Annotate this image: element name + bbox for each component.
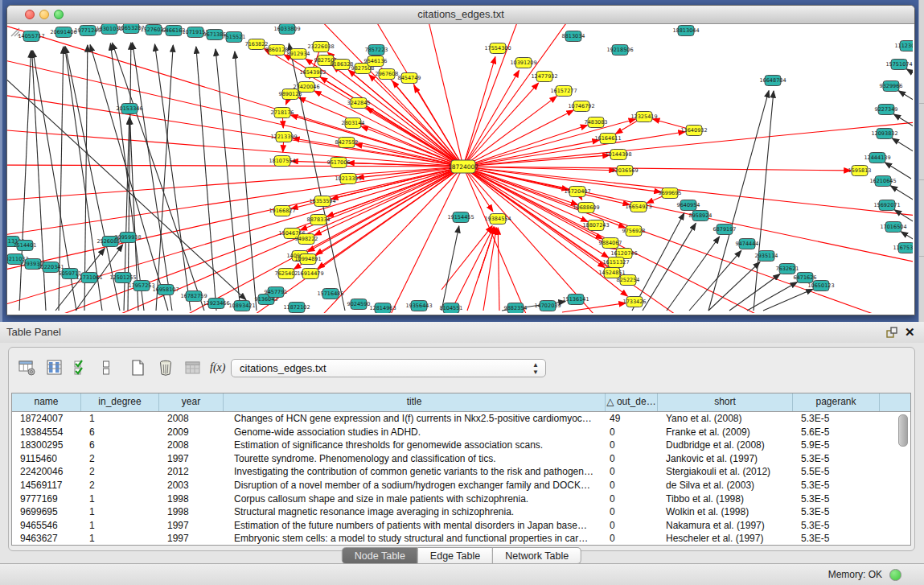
network-edge[interactable] <box>154 44 191 311</box>
network-node[interactable]: 18107554 <box>269 156 295 167</box>
tab-network-table[interactable]: Network Table <box>493 547 581 564</box>
table-row[interactable]: 1830029562008Estimation of significance … <box>12 439 910 452</box>
network-node[interactable]: 17957253 <box>128 281 154 291</box>
network-node[interactable]: 2718176 <box>271 108 294 118</box>
network-edge[interactable] <box>463 167 913 313</box>
network-edge[interactable] <box>754 91 774 311</box>
network-node[interactable]: 9329966 <box>880 81 903 92</box>
network-node[interactable]: 18813044 <box>672 26 699 36</box>
network-edge[interactable] <box>463 167 538 313</box>
network-node[interactable]: 8958924 <box>689 211 713 221</box>
network-node[interactable]: 16654923 <box>625 202 651 212</box>
function-builder-button[interactable]: f(x) <box>210 359 231 377</box>
network-node[interactable]: 10994891 <box>294 254 321 265</box>
table-row[interactable]: 969969511998Structural magnetic resonanc… <box>12 505 910 519</box>
row-height-button[interactable] <box>101 359 112 377</box>
network-edge[interactable] <box>425 24 463 167</box>
network-node[interactable]: 16543982 <box>299 68 326 78</box>
network-edge[interactable] <box>128 43 131 311</box>
network-edge[interactable] <box>890 186 913 202</box>
network-canvas[interactable]: 7163822886012889129342322603898275051654… <box>7 24 913 313</box>
tab-edge-table[interactable]: Edge Table <box>418 547 493 564</box>
network-node[interactable]: 3242845 <box>347 98 371 109</box>
network-node[interactable]: 16648784 <box>759 76 786 86</box>
network-node[interactable]: 15136141 <box>562 295 589 305</box>
network-edge[interactable] <box>906 69 913 85</box>
network-node[interactable]: 7514401 <box>14 241 37 251</box>
network-edge[interactable] <box>763 289 813 311</box>
table-mode-button[interactable] <box>18 359 36 377</box>
network-node[interactable]: 17554300 <box>484 43 511 54</box>
network-node[interactable]: 19218506 <box>606 45 633 56</box>
network-node[interactable]: 12477932 <box>531 72 557 82</box>
zoom-window-button[interactable] <box>54 10 64 19</box>
network-graph[interactable]: 7163822886012889129342322603898275051654… <box>7 24 913 313</box>
network-node[interactable]: 9699695 <box>659 188 682 199</box>
network-node[interactable]: 10688609 <box>573 203 599 213</box>
network-node[interactable]: 20153346 <box>116 104 142 114</box>
create-column-button[interactable] <box>129 359 147 377</box>
network-edge[interactable] <box>235 51 257 311</box>
network-edge[interactable] <box>463 97 556 167</box>
network-node[interactable]: 16151327 <box>602 257 629 268</box>
network-node[interactable]: 16033809 <box>273 24 300 35</box>
network-edge[interactable] <box>441 226 459 311</box>
network-node[interactable]: 10746792 <box>568 101 594 112</box>
network-edge[interactable] <box>498 228 499 311</box>
network-edge[interactable] <box>7 165 463 167</box>
network-node[interactable]: 7483083 <box>585 117 608 128</box>
column-header-short[interactable]: short <box>658 393 793 411</box>
network-node[interactable]: 12444139 <box>864 153 890 163</box>
network-node[interactable]: 12093832 <box>871 129 897 139</box>
network-node[interactable]: 11731061 <box>76 273 102 283</box>
network-node[interactable]: 2803144 <box>342 118 365 129</box>
network-node[interactable]: 8186328 <box>331 60 354 70</box>
network-node[interactable]: 16958107 <box>152 285 179 295</box>
network-edge[interactable] <box>298 97 463 167</box>
network-edge[interactable] <box>451 227 494 311</box>
network-node[interactable]: 15692071 <box>873 200 900 211</box>
network-node[interactable]: 17016504 <box>880 222 906 233</box>
network-node[interactable]: 9546136 <box>364 56 388 67</box>
table-body[interactable]: 1872400712008Changes of HCN gene express… <box>12 412 910 546</box>
column-header-year[interactable]: year <box>159 393 224 411</box>
network-node[interactable]: 13640932 <box>680 126 707 136</box>
selection-mode-button[interactable] <box>73 359 88 377</box>
network-view-window[interactable]: citations_edges.txt 71638228860128891293… <box>6 5 915 315</box>
network-node[interactable]: 8912934 <box>287 49 310 60</box>
network-node[interactable]: 9882354 <box>504 303 528 314</box>
network-node[interactable]: 10893421 <box>228 301 255 311</box>
close-window-button[interactable] <box>25 10 35 19</box>
network-node[interactable]: 10144398 <box>605 150 631 160</box>
network-node[interactable]: 7857223 <box>365 45 388 56</box>
network-node[interactable]: 1595813 <box>848 166 872 176</box>
network-edge[interactable] <box>196 47 216 311</box>
table-row[interactable]: 977716911998Corpus callosum shape and si… <box>12 492 910 506</box>
network-node[interactable]: 7515521 <box>223 32 246 43</box>
delete-column-button[interactable] <box>157 359 175 377</box>
column-header-pagerank[interactable]: pagerank <box>793 393 880 411</box>
vertical-scrollbar[interactable] <box>898 414 908 447</box>
network-node[interactable]: 22036569 <box>611 166 638 176</box>
network-edge[interactable] <box>898 91 913 107</box>
network-node[interactable]: 9756928 <box>622 226 646 237</box>
network-node[interactable]: 8813034 <box>562 31 585 42</box>
network-node[interactable]: 14055717 <box>18 31 44 42</box>
column-header-name[interactable]: name <box>12 393 81 411</box>
network-node[interactable]: 9890123 <box>279 89 302 100</box>
network-edge[interactable] <box>893 114 913 130</box>
network-node[interactable]: 8878334 <box>307 215 331 225</box>
network-node[interactable]: 9517006 <box>327 158 351 168</box>
network-node[interactable]: 23226038 <box>307 42 334 52</box>
network-node[interactable]: 19384554 <box>484 214 511 225</box>
column-visibility-button[interactable] <box>46 359 64 377</box>
network-edge[interactable] <box>689 250 741 311</box>
network-edge[interactable] <box>729 274 780 311</box>
network-node[interactable]: 16914479 <box>297 269 323 279</box>
network-node[interactable]: 2967608 <box>376 69 399 80</box>
window-titlebar[interactable]: citations_edges.txt <box>7 6 914 24</box>
network-node[interactable]: 8427552 <box>335 138 359 148</box>
network-node[interactable]: 9227349 <box>875 105 898 115</box>
network-edge[interactable] <box>7 129 463 167</box>
network-node[interactable]: 15716485 <box>317 289 343 299</box>
